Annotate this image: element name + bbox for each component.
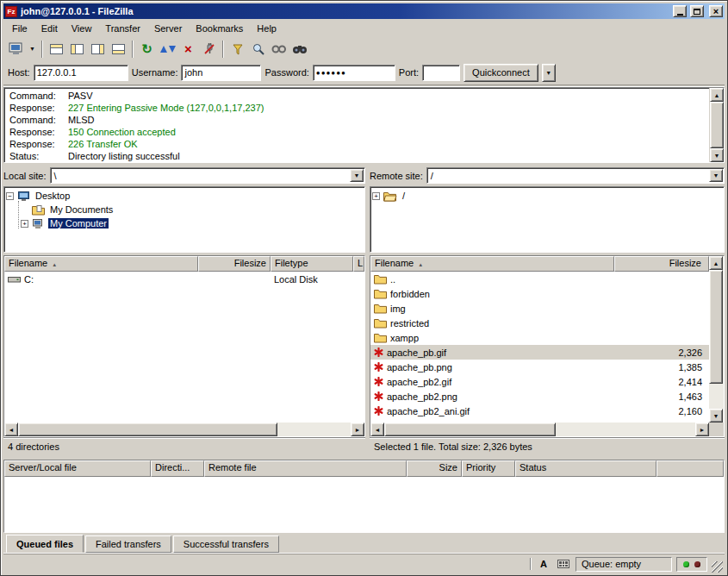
tree-item-desktop[interactable]: − Desktop bbox=[6, 189, 363, 203]
file-row[interactable]: C: Local Disk bbox=[4, 272, 364, 286]
disconnect-icon[interactable] bbox=[199, 39, 219, 59]
scroll-left-button[interactable]: ◄ bbox=[4, 423, 18, 436]
column-header-filesize[interactable]: Filesize bbox=[198, 256, 271, 272]
scroll-up-button[interactable]: ▲ bbox=[710, 88, 724, 102]
column-header-filesize[interactable]: Filesize bbox=[614, 256, 709, 272]
scroll-up-button[interactable]: ▲ bbox=[709, 256, 723, 270]
data-type-indicator[interactable]: A bbox=[536, 557, 551, 571]
file-row[interactable]: xampp bbox=[370, 330, 709, 345]
port-input[interactable] bbox=[422, 65, 460, 81]
menu-file[interactable]: File bbox=[5, 21, 34, 36]
find-files-icon[interactable] bbox=[289, 39, 309, 59]
remote-vertical-scrollbar[interactable]: ▲ ▼ bbox=[709, 256, 724, 423]
quickconnect-dropdown-button[interactable]: ▼ bbox=[542, 64, 556, 82]
broken-image-file-icon bbox=[374, 347, 383, 357]
tab-queued-files[interactable]: Queued files bbox=[6, 535, 84, 553]
scroll-track[interactable] bbox=[18, 423, 351, 436]
local-horizontal-scrollbar[interactable]: ◄ ► bbox=[4, 423, 364, 436]
close-button[interactable]: × bbox=[709, 5, 723, 17]
combo-dropdown-button[interactable]: ▼ bbox=[350, 169, 364, 182]
refresh-icon[interactable]: ↻ bbox=[137, 39, 157, 59]
username-input[interactable] bbox=[181, 65, 261, 81]
scroll-thumb[interactable] bbox=[709, 270, 723, 384]
scroll-thumb[interactable] bbox=[384, 423, 556, 436]
scroll-right-button[interactable]: ► bbox=[351, 423, 364, 436]
minimize-button[interactable] bbox=[673, 5, 687, 17]
host-input[interactable] bbox=[34, 65, 128, 81]
column-header-remote-file[interactable]: Remote file bbox=[204, 460, 407, 477]
expander-plus-icon[interactable]: + bbox=[372, 192, 380, 200]
tab-successful-transfers[interactable]: Successful transfers bbox=[173, 535, 279, 553]
file-row[interactable]: img bbox=[370, 301, 709, 316]
column-header-status[interactable]: Status bbox=[515, 460, 656, 477]
column-header-filetype[interactable]: Filetype bbox=[271, 256, 353, 272]
directory-comparison-icon[interactable] bbox=[248, 39, 268, 59]
toggle-transfer-queue-icon[interactable] bbox=[109, 39, 128, 59]
column-header-priority[interactable]: Priority bbox=[462, 460, 515, 477]
combo-dropdown-button[interactable]: ▼ bbox=[709, 169, 723, 182]
resize-grip[interactable] bbox=[712, 561, 723, 573]
column-header-direction[interactable]: Directi... bbox=[151, 460, 204, 477]
column-header-size[interactable]: Size bbox=[407, 460, 462, 477]
menu-bookmarks[interactable]: Bookmarks bbox=[189, 21, 250, 36]
maximize-button[interactable] bbox=[690, 5, 704, 17]
queue-body[interactable] bbox=[4, 477, 724, 532]
menu-server[interactable]: Server bbox=[147, 21, 189, 36]
panel-left-icon bbox=[71, 44, 84, 54]
scroll-down-button[interactable]: ▼ bbox=[709, 409, 723, 423]
file-row-selected[interactable]: apache_pb.gif2,326 bbox=[370, 345, 709, 360]
file-row[interactable]: apache_pb2.gif2,414 bbox=[370, 374, 709, 389]
file-row[interactable]: forbidden bbox=[370, 286, 709, 301]
broken-image-file-icon bbox=[374, 391, 383, 401]
column-header-lastmodified[interactable]: L bbox=[353, 256, 364, 272]
up-down-arrows-icon bbox=[160, 46, 176, 53]
synchronized-browsing-icon[interactable] bbox=[269, 39, 289, 59]
cancel-operation-icon[interactable]: × bbox=[178, 39, 198, 59]
file-row[interactable]: .. bbox=[370, 272, 709, 286]
column-header-server-local-file[interactable]: Server/Local file bbox=[4, 460, 151, 477]
local-tree: − Desktop My Documents + My Computer bbox=[3, 186, 365, 253]
filter-icon[interactable] bbox=[227, 39, 247, 59]
tree-item-root[interactable]: + / bbox=[372, 189, 722, 203]
remote-status-text: Selected 1 file. Total size: 2,326 bytes bbox=[370, 437, 725, 454]
toggle-remote-tree-icon[interactable] bbox=[88, 39, 108, 59]
site-manager-dropdown-icon[interactable]: ▼ bbox=[27, 39, 38, 59]
log-scrollbar[interactable]: ▲ ▼ bbox=[709, 88, 724, 162]
menu-edit[interactable]: Edit bbox=[34, 21, 65, 36]
scroll-down-button[interactable]: ▼ bbox=[710, 148, 724, 162]
scroll-track[interactable] bbox=[710, 102, 724, 148]
tree-item-my-documents[interactable]: My Documents bbox=[6, 203, 363, 216]
tree-item-my-computer[interactable]: + My Computer bbox=[6, 216, 363, 230]
scroll-track[interactable] bbox=[384, 423, 695, 436]
tab-failed-transfers[interactable]: Failed transfers bbox=[85, 535, 171, 553]
column-header-filename[interactable]: Filename▲ bbox=[4, 256, 198, 272]
expander-plus-icon[interactable]: + bbox=[21, 220, 28, 228]
file-row[interactable]: apache_pb2.png1,463 bbox=[370, 389, 709, 404]
site-manager-icon[interactable] bbox=[6, 39, 26, 59]
password-input[interactable] bbox=[313, 65, 395, 81]
file-row[interactable]: apache_pb2_ani.gif2,160 bbox=[370, 404, 709, 418]
file-row[interactable]: restricted bbox=[370, 316, 709, 330]
process-queue-icon[interactable] bbox=[158, 39, 177, 59]
scroll-thumb[interactable] bbox=[710, 102, 724, 148]
remote-site-row: Remote site: / ▼ bbox=[370, 166, 725, 185]
expander-minus-icon[interactable]: − bbox=[6, 192, 14, 200]
file-row[interactable]: apache_pb.png1,385 bbox=[370, 360, 709, 374]
scroll-right-button[interactable]: ► bbox=[695, 423, 709, 436]
menu-transfer[interactable]: Transfer bbox=[98, 21, 147, 36]
toggle-message-log-icon[interactable] bbox=[47, 39, 66, 59]
remote-file-list-main: Filename▲ Filesize .. forbidden img rest… bbox=[370, 256, 709, 436]
remote-site-combo[interactable]: / ▼ bbox=[426, 167, 725, 184]
remote-horizontal-scrollbar[interactable]: ◄ ► bbox=[370, 423, 709, 436]
menubar: File Edit View Transfer Server Bookmarks… bbox=[3, 19, 725, 37]
menu-help[interactable]: Help bbox=[250, 21, 283, 36]
toggle-local-tree-icon[interactable] bbox=[67, 39, 87, 59]
local-site-combo[interactable]: \ ▼ bbox=[50, 167, 365, 184]
scroll-left-button[interactable]: ◄ bbox=[370, 423, 384, 436]
scroll-track[interactable] bbox=[709, 270, 724, 409]
menu-view[interactable]: View bbox=[65, 21, 99, 36]
speed-limit-indicator-icon[interactable] bbox=[556, 557, 571, 571]
scroll-thumb[interactable] bbox=[18, 423, 277, 436]
column-header-filename[interactable]: Filename▲ bbox=[370, 256, 614, 272]
quickconnect-button[interactable]: Quickconnect bbox=[464, 64, 538, 82]
